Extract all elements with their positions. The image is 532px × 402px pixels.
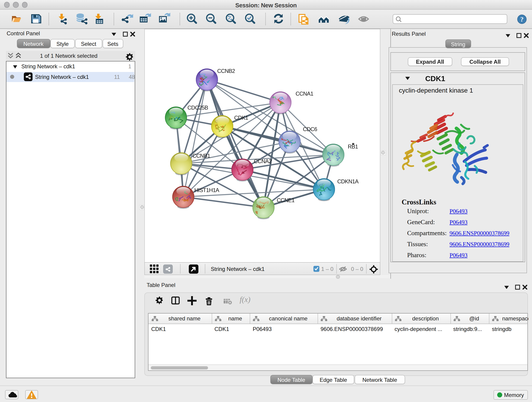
svg-text:CCNA1: CCNA1 [296,90,313,97]
svg-text:CDC6: CDC6 [303,126,317,132]
svg-text:?: ? [520,15,524,23]
svg-text:CCNA2: CCNA2 [254,158,272,164]
svg-text:CDKN1A: CDKN1A [337,178,359,185]
svg-text:CCNE1: CCNE1 [277,197,295,203]
svg-text:HIST1H1A: HIST1H1A [194,187,219,193]
svg-text:CDC25B: CDC25B [187,104,208,111]
svg-text:CCNB2: CCNB2 [217,68,235,74]
svg-text:CDK1: CDK1 [234,115,248,121]
svg-text:CCNB1: CCNB1 [192,153,210,159]
